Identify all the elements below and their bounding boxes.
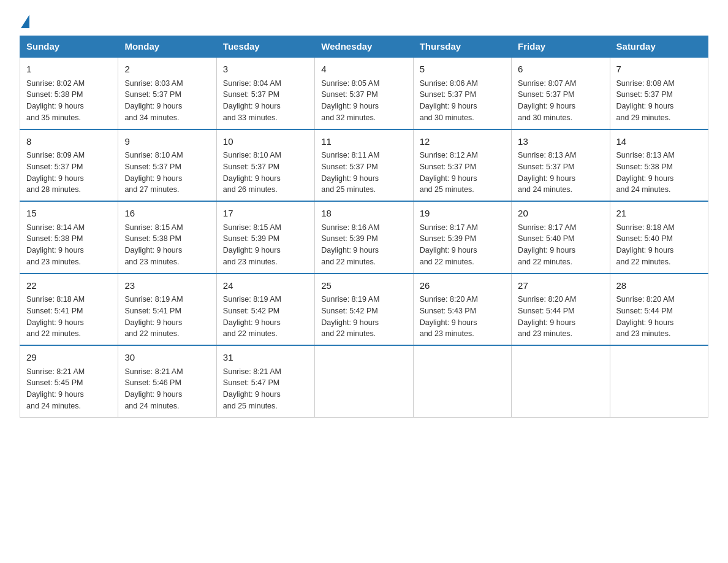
day-number: 14 [616, 135, 702, 149]
day-info: Sunrise: 8:14 AMSunset: 5:38 PMDaylight:… [26, 222, 112, 268]
day-info: Sunrise: 8:13 AMSunset: 5:37 PMDaylight:… [518, 150, 603, 196]
day-info: Sunrise: 8:06 AMSunset: 5:37 PMDaylight:… [420, 78, 505, 124]
day-number: 3 [223, 63, 308, 77]
calendar-cell: 16Sunrise: 8:15 AMSunset: 5:38 PMDayligh… [118, 201, 216, 274]
calendar-cell: 15Sunrise: 8:14 AMSunset: 5:38 PMDayligh… [20, 201, 118, 274]
calendar-cell: 20Sunrise: 8:17 AMSunset: 5:40 PMDayligh… [512, 201, 610, 274]
calendar-cell: 2Sunrise: 8:03 AMSunset: 5:37 PMDaylight… [118, 57, 216, 129]
day-number: 20 [518, 207, 603, 221]
day-number: 18 [321, 207, 406, 221]
day-number: 12 [420, 135, 505, 149]
calendar-cell: 27Sunrise: 8:20 AMSunset: 5:44 PMDayligh… [512, 274, 610, 346]
day-number: 26 [420, 279, 505, 293]
calendar-week-row: 8Sunrise: 8:09 AMSunset: 5:37 PMDaylight… [20, 129, 708, 202]
calendar-cell: 19Sunrise: 8:17 AMSunset: 5:39 PMDayligh… [413, 201, 511, 274]
day-info: Sunrise: 8:05 AMSunset: 5:37 PMDaylight:… [321, 78, 406, 124]
calendar-cell: 8Sunrise: 8:09 AMSunset: 5:37 PMDaylight… [20, 129, 118, 202]
calendar-cell: 21Sunrise: 8:18 AMSunset: 5:40 PMDayligh… [610, 201, 708, 274]
header-tuesday: Tuesday [216, 36, 314, 58]
day-number: 15 [26, 207, 112, 221]
day-number: 9 [124, 135, 210, 149]
calendar-cell: 25Sunrise: 8:19 AMSunset: 5:42 PMDayligh… [315, 274, 413, 346]
day-number: 2 [124, 63, 210, 77]
calendar-cell: 12Sunrise: 8:12 AMSunset: 5:37 PMDayligh… [413, 129, 511, 202]
day-number: 7 [616, 63, 702, 77]
calendar-cell: 3Sunrise: 8:04 AMSunset: 5:37 PMDaylight… [216, 57, 314, 129]
day-number: 28 [616, 279, 702, 293]
day-info: Sunrise: 8:10 AMSunset: 5:37 PMDaylight:… [223, 150, 308, 196]
calendar-cell [610, 345, 708, 417]
header-friday: Friday [512, 36, 610, 58]
day-info: Sunrise: 8:07 AMSunset: 5:37 PMDaylight:… [518, 78, 603, 124]
day-info: Sunrise: 8:21 AMSunset: 5:45 PMDaylight:… [26, 366, 112, 412]
calendar-cell: 14Sunrise: 8:13 AMSunset: 5:38 PMDayligh… [610, 129, 708, 202]
calendar-cell: 23Sunrise: 8:19 AMSunset: 5:41 PMDayligh… [118, 274, 216, 346]
day-number: 5 [420, 63, 505, 77]
day-info: Sunrise: 8:19 AMSunset: 5:42 PMDaylight:… [223, 294, 308, 340]
logo-triangle-icon [21, 15, 29, 28]
calendar-cell: 11Sunrise: 8:11 AMSunset: 5:37 PMDayligh… [315, 129, 413, 202]
day-info: Sunrise: 8:21 AMSunset: 5:47 PMDaylight:… [223, 366, 308, 412]
calendar-table: SundayMondayTuesdayWednesdayThursdayFrid… [20, 36, 708, 418]
day-number: 16 [124, 207, 210, 221]
calendar-cell: 31Sunrise: 8:21 AMSunset: 5:47 PMDayligh… [216, 345, 314, 417]
header-saturday: Saturday [610, 36, 708, 58]
day-info: Sunrise: 8:18 AMSunset: 5:40 PMDaylight:… [616, 222, 702, 268]
calendar-cell [315, 345, 413, 417]
day-number: 24 [223, 279, 308, 293]
day-info: Sunrise: 8:17 AMSunset: 5:40 PMDaylight:… [518, 222, 603, 268]
calendar-cell: 28Sunrise: 8:20 AMSunset: 5:44 PMDayligh… [610, 274, 708, 346]
header-thursday: Thursday [413, 36, 511, 58]
day-number: 11 [321, 135, 406, 149]
calendar-cell: 7Sunrise: 8:08 AMSunset: 5:37 PMDaylight… [610, 57, 708, 129]
calendar-cell [512, 345, 610, 417]
day-number: 17 [223, 207, 308, 221]
day-info: Sunrise: 8:20 AMSunset: 5:44 PMDaylight:… [518, 294, 603, 340]
header-wednesday: Wednesday [315, 36, 413, 58]
day-info: Sunrise: 8:17 AMSunset: 5:39 PMDaylight:… [420, 222, 505, 268]
day-number: 23 [124, 279, 210, 293]
day-number: 4 [321, 63, 406, 77]
calendar-week-row: 29Sunrise: 8:21 AMSunset: 5:45 PMDayligh… [20, 345, 708, 417]
day-info: Sunrise: 8:09 AMSunset: 5:37 PMDaylight:… [26, 150, 112, 196]
day-number: 22 [26, 279, 112, 293]
page-header [20, 15, 708, 23]
day-info: Sunrise: 8:11 AMSunset: 5:37 PMDaylight:… [321, 150, 406, 196]
calendar-cell: 9Sunrise: 8:10 AMSunset: 5:37 PMDaylight… [118, 129, 216, 202]
day-number: 29 [26, 351, 112, 365]
calendar-cell: 17Sunrise: 8:15 AMSunset: 5:39 PMDayligh… [216, 201, 314, 274]
calendar-cell: 29Sunrise: 8:21 AMSunset: 5:45 PMDayligh… [20, 345, 118, 417]
day-info: Sunrise: 8:15 AMSunset: 5:39 PMDaylight:… [223, 222, 308, 268]
calendar-cell: 22Sunrise: 8:18 AMSunset: 5:41 PMDayligh… [20, 274, 118, 346]
calendar-cell: 6Sunrise: 8:07 AMSunset: 5:37 PMDaylight… [512, 57, 610, 129]
day-number: 21 [616, 207, 702, 221]
header-sunday: Sunday [20, 36, 118, 58]
day-number: 31 [223, 351, 308, 365]
calendar-week-row: 22Sunrise: 8:18 AMSunset: 5:41 PMDayligh… [20, 274, 708, 346]
day-info: Sunrise: 8:16 AMSunset: 5:39 PMDaylight:… [321, 222, 406, 268]
day-info: Sunrise: 8:20 AMSunset: 5:43 PMDaylight:… [420, 294, 505, 340]
day-info: Sunrise: 8:10 AMSunset: 5:37 PMDaylight:… [124, 150, 210, 196]
calendar-week-row: 1Sunrise: 8:02 AMSunset: 5:38 PMDaylight… [20, 57, 708, 129]
day-info: Sunrise: 8:21 AMSunset: 5:46 PMDaylight:… [124, 366, 210, 412]
day-number: 27 [518, 279, 603, 293]
day-info: Sunrise: 8:19 AMSunset: 5:42 PMDaylight:… [321, 294, 406, 340]
calendar-cell: 30Sunrise: 8:21 AMSunset: 5:46 PMDayligh… [118, 345, 216, 417]
calendar-cell: 4Sunrise: 8:05 AMSunset: 5:37 PMDaylight… [315, 57, 413, 129]
calendar-cell: 1Sunrise: 8:02 AMSunset: 5:38 PMDaylight… [20, 57, 118, 129]
logo [20, 15, 29, 23]
day-number: 1 [26, 63, 112, 77]
day-info: Sunrise: 8:12 AMSunset: 5:37 PMDaylight:… [420, 150, 505, 196]
day-info: Sunrise: 8:03 AMSunset: 5:37 PMDaylight:… [124, 78, 210, 124]
day-number: 30 [124, 351, 210, 365]
calendar-cell: 10Sunrise: 8:10 AMSunset: 5:37 PMDayligh… [216, 129, 314, 202]
day-number: 10 [223, 135, 308, 149]
header-monday: Monday [118, 36, 216, 58]
day-info: Sunrise: 8:02 AMSunset: 5:38 PMDaylight:… [26, 78, 112, 124]
day-number: 25 [321, 279, 406, 293]
calendar-cell: 24Sunrise: 8:19 AMSunset: 5:42 PMDayligh… [216, 274, 314, 346]
calendar-header-row: SundayMondayTuesdayWednesdayThursdayFrid… [20, 36, 708, 58]
day-info: Sunrise: 8:04 AMSunset: 5:37 PMDaylight:… [223, 78, 308, 124]
calendar-cell: 26Sunrise: 8:20 AMSunset: 5:43 PMDayligh… [413, 274, 511, 346]
day-info: Sunrise: 8:13 AMSunset: 5:38 PMDaylight:… [616, 150, 702, 196]
